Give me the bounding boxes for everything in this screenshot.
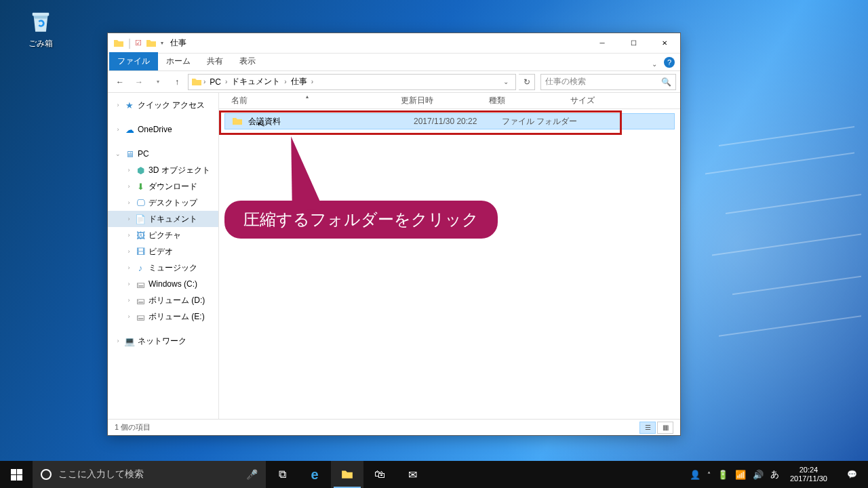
chevron-right-icon[interactable]: › xyxy=(202,78,207,85)
chevron-right-icon[interactable]: › xyxy=(115,338,121,344)
nav-recent-icon[interactable]: ▾ xyxy=(150,74,166,90)
breadcrumb-dropdown-icon[interactable]: ⌄ xyxy=(499,78,513,85)
taskbar-store[interactable]: 🛍 xyxy=(363,461,396,488)
people-icon[interactable]: 👤 xyxy=(690,470,701,480)
video-icon: 🎞 xyxy=(135,246,146,257)
tab-share[interactable]: 共有 xyxy=(199,52,231,70)
nav-videos[interactable]: ›🎞ビデオ xyxy=(108,243,218,260)
nav-drive-d[interactable]: ›🖴ボリューム (D:) xyxy=(108,292,218,308)
chevron-right-icon[interactable]: › xyxy=(115,126,121,133)
chevron-down-icon[interactable]: ⌄ xyxy=(115,150,121,157)
column-headers[interactable]: 名前▴ 更新日時 種類 サイズ xyxy=(219,93,680,109)
taskbar-search[interactable]: ここに入力して検索 🎤 xyxy=(33,461,266,488)
edge-icon: e xyxy=(311,467,318,483)
task-view-button[interactable]: ⧉ xyxy=(266,461,298,488)
maximize-button[interactable]: ☐ xyxy=(618,33,649,54)
chevron-right-icon[interactable]: › xyxy=(310,78,315,85)
drive-icon: 🖴 xyxy=(135,311,146,322)
taskbar-edge[interactable]: e xyxy=(298,461,331,488)
titlebar[interactable]: | ☑ ▾ 仕事 ─ ☐ ✕ xyxy=(108,33,680,54)
nav-pc[interactable]: ⌄🖥PC xyxy=(108,146,218,162)
navigation-pane[interactable]: ›★クイック アクセス ›☁OneDrive ⌄🖥PC ›⬢3D オブジェクト … xyxy=(108,93,219,419)
ribbon-expand-icon[interactable]: ⌄ xyxy=(648,58,661,70)
tab-file[interactable]: ファイル xyxy=(109,52,158,70)
col-size[interactable]: サイズ xyxy=(570,95,625,106)
crumb-folder[interactable]: 仕事 xyxy=(288,76,310,87)
nav-desktop[interactable]: ›🖵デスクトップ xyxy=(108,195,218,211)
taskbar-clock[interactable]: 20:24 2017/11/30 xyxy=(786,466,831,483)
content-area: 名前▴ 更新日時 種類 サイズ 会議資料 2017/11/30 20:22 ファ… xyxy=(219,93,680,419)
crumb-pc[interactable]: PC xyxy=(207,77,224,87)
crumb-documents[interactable]: ドキュメント xyxy=(229,76,283,87)
view-details-button[interactable]: ☰ xyxy=(639,422,656,434)
annotation-callout: 圧縮するフォルダーをクリック xyxy=(224,201,498,239)
minimize-button[interactable]: ─ xyxy=(587,33,618,54)
col-date[interactable]: 更新日時 xyxy=(401,95,489,106)
chevron-right-icon[interactable]: › xyxy=(224,78,229,85)
clock-time: 20:24 xyxy=(790,466,827,474)
view-large-button[interactable]: ▦ xyxy=(657,422,673,434)
drive-icon: 🖴 xyxy=(135,295,146,306)
refresh-button[interactable]: ↻ xyxy=(519,74,535,90)
nav-drive-c[interactable]: ›🖴Windows (C:) xyxy=(108,276,218,292)
nav-onedrive[interactable]: ›☁OneDrive xyxy=(108,121,218,138)
wifi-icon[interactable]: 📶 xyxy=(735,470,746,480)
battery-icon[interactable]: 🔋 xyxy=(717,470,728,480)
breadcrumb[interactable]: › PC › ドキュメント › 仕事 › ⌄ xyxy=(188,74,516,90)
document-icon: 📄 xyxy=(135,214,146,224)
file-row[interactable]: 会議資料 2017/11/30 20:22 ファイル フォルダー xyxy=(224,113,675,129)
taskbar[interactable]: ここに入力して検索 🎤 ⧉ e 🛍 ✉ 👤 ˄ 🔋 📶 🔊 あ 20:24 20… xyxy=(0,461,868,488)
nav-3d-objects[interactable]: ›⬢3D オブジェクト xyxy=(108,162,218,178)
window-title: 仕事 xyxy=(170,37,186,49)
file-list[interactable]: 会議資料 2017/11/30 20:22 ファイル フォルダー 圧縮するフォル… xyxy=(219,109,680,419)
recycle-bin-icon xyxy=(26,7,55,35)
nav-music[interactable]: ›♪ミュージック xyxy=(108,260,218,276)
ribbon-tabs: ファイル ホーム 共有 表示 ⌄ ? xyxy=(108,54,680,71)
nav-forward-button: → xyxy=(131,74,147,90)
qat-separator: | xyxy=(128,37,131,49)
chevron-right-icon[interactable]: › xyxy=(283,78,288,85)
tray-expand-icon[interactable]: ˄ xyxy=(707,471,711,479)
star-icon: ★ xyxy=(124,100,135,110)
nav-pictures[interactable]: ›🖼ピクチャ xyxy=(108,227,218,243)
action-center-button[interactable]: 💬 xyxy=(838,461,865,488)
tab-view[interactable]: 表示 xyxy=(231,52,264,70)
svg-rect-4 xyxy=(17,475,22,481)
search-input[interactable]: 仕事の検索 🔍 xyxy=(540,74,676,90)
store-icon: 🛍 xyxy=(374,468,385,481)
wallpaper-streaks xyxy=(692,122,868,366)
taskbar-explorer[interactable] xyxy=(331,461,363,488)
chevron-right-icon[interactable]: › xyxy=(115,102,121,108)
start-button[interactable] xyxy=(0,461,33,488)
nav-up-button[interactable]: ↑ xyxy=(169,74,185,90)
nav-network[interactable]: ›💻ネットワーク xyxy=(108,333,218,349)
mic-icon[interactable]: 🎤 xyxy=(246,469,258,480)
tab-home[interactable]: ホーム xyxy=(158,52,199,70)
statusbar: 1 個の項目 ☰ ▦ xyxy=(108,419,680,435)
taskbar-mail[interactable]: ✉ xyxy=(396,461,429,488)
desktop-icon: 🖵 xyxy=(135,197,146,208)
recycle-bin[interactable]: ごみ箱 xyxy=(20,7,61,49)
col-type[interactable]: 種類 xyxy=(489,95,570,106)
qat-dropdown-icon[interactable]: ▾ xyxy=(161,40,163,46)
ime-indicator[interactable]: あ xyxy=(770,468,779,481)
nav-back-button[interactable]: ← xyxy=(112,74,128,90)
file-date: 2017/11/30 20:22 xyxy=(414,117,502,126)
search-icon[interactable]: 🔍 xyxy=(661,77,671,87)
search-placeholder: 仕事の検索 xyxy=(545,76,586,87)
nav-drive-e[interactable]: ›🖴ボリューム (E:) xyxy=(108,308,218,325)
folder-icon xyxy=(232,116,243,127)
nav-quick-access[interactable]: ›★クイック アクセス xyxy=(108,97,218,113)
qat-properties-icon[interactable]: ☑ xyxy=(135,39,142,47)
system-tray[interactable]: 👤 ˄ 🔋 📶 🔊 あ 20:24 2017/11/30 💬 xyxy=(690,461,868,488)
folder-icon xyxy=(113,38,124,49)
cortana-icon xyxy=(41,469,52,480)
volume-icon[interactable]: 🔊 xyxy=(753,470,764,480)
nav-downloads[interactable]: ›⬇ダウンロード xyxy=(108,178,218,195)
col-name[interactable]: 名前▴ xyxy=(231,95,401,106)
close-button[interactable]: ✕ xyxy=(649,33,680,54)
nav-documents[interactable]: ›📄ドキュメント xyxy=(108,211,218,227)
download-icon: ⬇ xyxy=(135,181,146,192)
help-icon[interactable]: ? xyxy=(664,57,675,68)
qat-folder-icon[interactable] xyxy=(146,38,157,49)
